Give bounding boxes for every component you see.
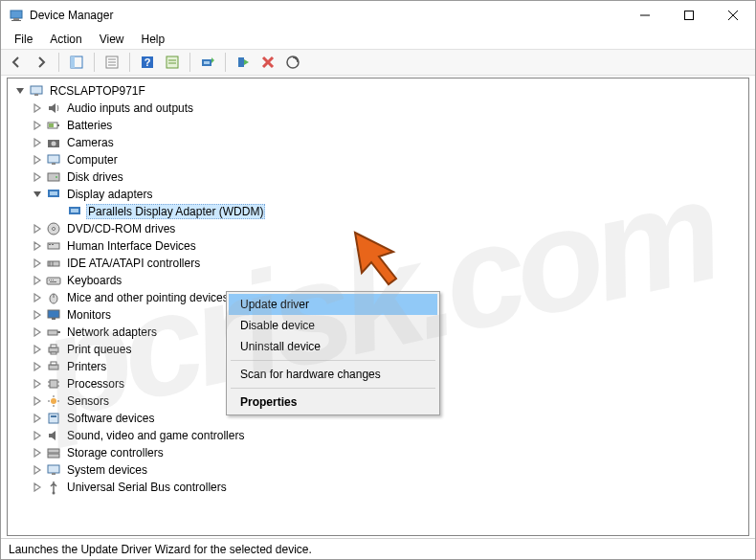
tree-category[interactable]: Cameras [10, 134, 748, 151]
collapse-icon[interactable] [13, 84, 27, 98]
svg-point-34 [56, 176, 57, 178]
tree-category[interactable]: Universal Serial Bus controllers [10, 479, 748, 496]
menu-action[interactable]: Action [42, 31, 89, 48]
svg-rect-2 [11, 20, 21, 21]
tree-category[interactable]: System devices [10, 461, 748, 479]
ctx-scan-hardware[interactable]: Scan for hardware changes [229, 364, 437, 385]
menu-help[interactable]: Help [134, 31, 173, 48]
category-icon [46, 135, 61, 150]
close-button[interactable] [711, 1, 755, 30]
expand-icon[interactable] [31, 274, 44, 287]
window-controls [623, 1, 755, 30]
svg-rect-68 [49, 414, 58, 423]
tree-category[interactable]: Computer [10, 151, 748, 168]
expand-icon[interactable] [31, 257, 44, 270]
svg-rect-31 [48, 155, 59, 163]
scan-hardware-button[interactable] [281, 51, 304, 74]
tree-category[interactable]: Disk drives [10, 168, 748, 186]
svg-rect-70 [48, 449, 59, 453]
update-driver-button[interactable] [196, 51, 219, 74]
action-button[interactable] [161, 51, 184, 74]
device-label: Parallels Display Adapter (WDDM) [86, 204, 265, 219]
properties-button[interactable] [100, 51, 123, 74]
show-hide-tree-button[interactable] [65, 51, 88, 74]
expand-icon[interactable] [31, 325, 44, 339]
uninstall-device-button[interactable] [256, 51, 279, 74]
expand-icon[interactable] [31, 119, 44, 132]
expand-icon[interactable] [31, 343, 44, 356]
category-label: Display adapters [65, 187, 154, 202]
tree-category[interactable]: IDE ATA/ATAPI controllers [10, 255, 748, 272]
category-label: Storage controllers [65, 445, 166, 460]
expand-icon[interactable] [31, 101, 44, 115]
svg-rect-56 [48, 330, 57, 335]
category-label: Human Interface Devices [65, 238, 198, 254]
menubar: File Action View Help [1, 30, 755, 49]
category-label: Universal Serial Bus controllers [65, 480, 229, 495]
ctx-disable-device[interactable]: Disable device [229, 315, 437, 336]
expand-icon[interactable] [31, 291, 44, 304]
ctx-properties[interactable]: Properties [229, 392, 437, 413]
forward-button[interactable] [30, 51, 53, 74]
menu-file[interactable]: File [7, 31, 40, 48]
tree-root[interactable]: RCSLAPTOP971F [10, 82, 748, 100]
maximize-button[interactable] [667, 1, 711, 30]
expand-icon[interactable] [31, 136, 44, 149]
expand-icon[interactable] [31, 463, 44, 477]
svg-rect-38 [71, 209, 78, 213]
tree-category[interactable]: Sound, video and game controllers [10, 427, 748, 444]
category-icon [46, 462, 61, 478]
svg-rect-28 [49, 123, 54, 127]
svg-rect-57 [49, 347, 58, 352]
category-icon [46, 221, 61, 236]
category-label: Network adapters [65, 325, 159, 340]
category-icon [46, 152, 61, 168]
expand-icon[interactable] [31, 170, 44, 184]
tree-category[interactable]: Keyboards [10, 272, 748, 289]
svg-rect-60 [49, 365, 58, 370]
tree-category[interactable]: DVD/CD-ROM drives [10, 220, 748, 237]
category-icon [46, 376, 61, 392]
svg-rect-36 [50, 191, 57, 195]
device-tree[interactable]: RCSLAPTOP971F Audio inputs and outputsBa… [7, 78, 749, 536]
svg-rect-55 [52, 318, 56, 320]
expand-icon[interactable] [31, 377, 44, 391]
tree-category[interactable]: Audio inputs and outputs [10, 100, 748, 117]
svg-rect-19 [204, 61, 210, 64]
menu-view[interactable]: View [92, 31, 132, 48]
expand-icon[interactable] [31, 394, 44, 408]
tree-category[interactable]: Display adapters [10, 186, 748, 203]
back-button[interactable] [5, 51, 28, 74]
expand-icon[interactable] [31, 239, 44, 253]
minimize-button[interactable] [623, 1, 667, 30]
ctx-uninstall-device[interactable]: Uninstall device [229, 336, 437, 357]
expand-icon[interactable] [31, 360, 44, 373]
expand-icon[interactable] [31, 481, 44, 494]
expand-icon[interactable] [31, 412, 44, 425]
status-text: Launches the Update Driver Wizard for th… [9, 543, 312, 556]
svg-rect-48 [49, 280, 50, 280]
tree-category[interactable]: Human Interface Devices [10, 237, 748, 255]
expand-icon[interactable] [31, 153, 44, 167]
category-label: Keyboards [65, 273, 123, 288]
help-button[interactable]: ? [136, 51, 159, 74]
expand-icon[interactable] [31, 446, 44, 459]
enable-device-button[interactable] [232, 51, 255, 74]
category-icon [46, 256, 61, 271]
svg-rect-42 [49, 244, 51, 245]
collapse-icon[interactable] [31, 188, 44, 201]
category-label: Disk drives [65, 169, 125, 185]
expand-icon[interactable] [31, 429, 44, 442]
svg-rect-58 [51, 345, 56, 347]
expand-icon[interactable] [31, 222, 44, 235]
expand-icon[interactable] [31, 308, 44, 322]
tree-device[interactable]: Parallels Display Adapter (WDDM) [10, 203, 748, 220]
display-adapter-icon [67, 204, 82, 219]
category-label: System devices [65, 462, 149, 478]
ctx-update-driver[interactable]: Update driver [229, 294, 437, 315]
tree-category[interactable]: Storage controllers [10, 444, 748, 461]
svg-rect-47 [47, 278, 60, 284]
category-label: Software devices [65, 411, 156, 426]
tree-category[interactable]: Batteries [10, 117, 748, 134]
svg-point-30 [52, 142, 56, 146]
